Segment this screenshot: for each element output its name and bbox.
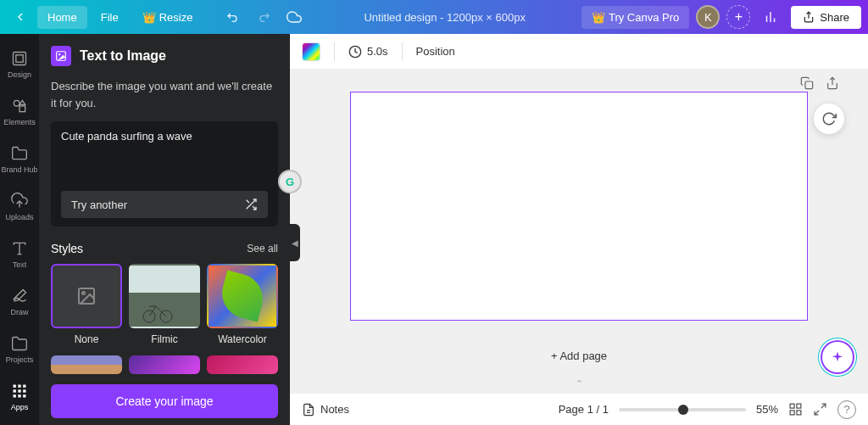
panel-collapse-handle[interactable]: ◀	[290, 224, 300, 261]
panel-title: Text to Image	[80, 48, 166, 64]
shuffle-icon	[244, 198, 258, 211]
svg-rect-30	[805, 81, 813, 89]
topbar-right-group: 👑 Try Canva Pro K + Share	[581, 3, 861, 31]
back-icon[interactable]	[7, 3, 34, 31]
rail-apps[interactable]: Apps	[0, 373, 39, 421]
svg-rect-7	[19, 106, 25, 112]
rail-design[interactable]: Design	[0, 41, 39, 88]
export-page-icon[interactable]	[826, 76, 839, 90]
svg-rect-16	[23, 389, 25, 392]
image-placeholder-icon	[76, 286, 97, 306]
duplicate-page-icon[interactable]	[800, 76, 814, 90]
footer-bar: Notes Page 1 / 1 55% ?	[290, 393, 868, 425]
add-page-button[interactable]: + Add page	[551, 350, 607, 362]
document-title[interactable]: Untitled design - 1200px × 600px	[311, 11, 578, 24]
svg-rect-13	[23, 385, 25, 388]
cloud-sync-icon[interactable]	[281, 3, 308, 31]
add-collaborator-button[interactable]: +	[726, 5, 750, 29]
analytics-icon[interactable]	[757, 3, 784, 31]
upload-icon	[803, 11, 815, 23]
style-extra-2[interactable]	[129, 355, 200, 374]
svg-rect-34	[790, 404, 794, 408]
svg-line-24	[247, 200, 249, 203]
canvas[interactable]	[350, 92, 808, 321]
magic-fab[interactable]	[822, 342, 853, 372]
prompt-input[interactable]: Cute panda surfing a wave	[61, 130, 268, 184]
zoom-value[interactable]: 55%	[756, 403, 778, 416]
svg-rect-36	[790, 411, 794, 415]
top-bar: Home File 👑 Resize Untitled design - 120…	[0, 0, 868, 34]
undo-icon[interactable]	[220, 3, 247, 31]
duration-button[interactable]: 5.0s	[348, 45, 388, 59]
workspace: 5.0s Position + Add page ⌃ Notes	[290, 34, 868, 425]
crown-icon: 👑	[142, 11, 156, 24]
svg-rect-12	[18, 385, 20, 388]
share-button[interactable]: Share	[791, 6, 861, 29]
svg-rect-19	[23, 394, 25, 397]
style-watercolor[interactable]: Watercolor	[207, 264, 278, 345]
redo-icon[interactable]	[250, 3, 277, 31]
svg-point-21	[58, 53, 60, 55]
sparkle-icon	[831, 350, 844, 364]
notes-icon	[302, 403, 315, 417]
svg-line-39	[815, 411, 819, 415]
prompt-box: Cute panda surfing a wave Try another	[51, 121, 278, 226]
avatar[interactable]: K	[696, 5, 720, 29]
file-button[interactable]: File	[91, 6, 129, 29]
topbar-left-group: Home File 👑 Resize	[7, 3, 308, 31]
timer-fab[interactable]	[814, 103, 844, 134]
notes-button[interactable]: Notes	[302, 403, 349, 417]
svg-rect-17	[14, 394, 16, 397]
home-button[interactable]: Home	[37, 6, 87, 29]
style-none[interactable]: None	[51, 264, 122, 345]
svg-point-26	[82, 292, 85, 294]
help-icon[interactable]: ?	[837, 400, 856, 419]
rail-projects[interactable]: Projects	[0, 326, 39, 373]
panel-description: Describe the image you want and we'll cr…	[51, 78, 278, 111]
clock-icon	[348, 45, 362, 59]
context-toolbar: 5.0s Position	[290, 34, 868, 70]
svg-rect-18	[18, 394, 20, 397]
svg-rect-4	[14, 53, 26, 65]
side-rail: Design Elements Brand Hub Uploads Text D…	[0, 34, 39, 425]
color-picker-button[interactable]	[302, 42, 320, 61]
try-pro-button[interactable]: 👑 Try Canva Pro	[581, 6, 689, 29]
leaf-thumb	[216, 270, 268, 322]
text-to-image-panel: Text to Image Describe the image you wan…	[39, 34, 290, 425]
style-extra-1[interactable]	[51, 355, 122, 374]
text-to-image-icon	[51, 46, 71, 66]
grammarly-icon[interactable]: G	[278, 170, 302, 193]
rail-draw[interactable]: Draw	[0, 278, 39, 326]
style-filmic[interactable]: Filmic	[129, 264, 200, 345]
svg-rect-11	[14, 385, 16, 388]
svg-rect-15	[18, 389, 20, 392]
zoom-slider[interactable]	[619, 408, 746, 411]
crown-icon: 👑	[592, 11, 605, 24]
resize-button[interactable]: 👑 Resize	[132, 6, 203, 29]
position-button[interactable]: Position	[416, 45, 455, 58]
svg-rect-37	[797, 411, 801, 415]
svg-marker-8	[19, 100, 25, 104]
svg-rect-35	[797, 404, 801, 408]
rail-elements[interactable]: Elements	[0, 88, 39, 136]
page-indicator[interactable]: Page 1 / 1	[559, 403, 609, 416]
rail-text[interactable]: Text	[0, 231, 39, 278]
timeline-expand-handle[interactable]: ⌃	[576, 378, 583, 389]
rail-brand-hub[interactable]: Brand Hub	[0, 136, 39, 183]
svg-line-38	[821, 404, 826, 408]
svg-rect-5	[16, 55, 23, 62]
svg-rect-14	[14, 389, 16, 392]
grid-view-icon[interactable]	[788, 402, 803, 417]
style-extra-3[interactable]	[207, 355, 278, 374]
canvas-area: + Add page ⌃	[290, 70, 868, 393]
bicycle-thumb	[141, 301, 175, 323]
see-all-link[interactable]: See all	[247, 243, 278, 254]
styles-label: Styles	[51, 242, 83, 255]
rail-uploads[interactable]: Uploads	[0, 183, 39, 231]
fullscreen-icon[interactable]	[813, 402, 827, 417]
try-another-button[interactable]: Try another	[61, 191, 268, 218]
create-image-button[interactable]: Create your image	[51, 384, 278, 418]
